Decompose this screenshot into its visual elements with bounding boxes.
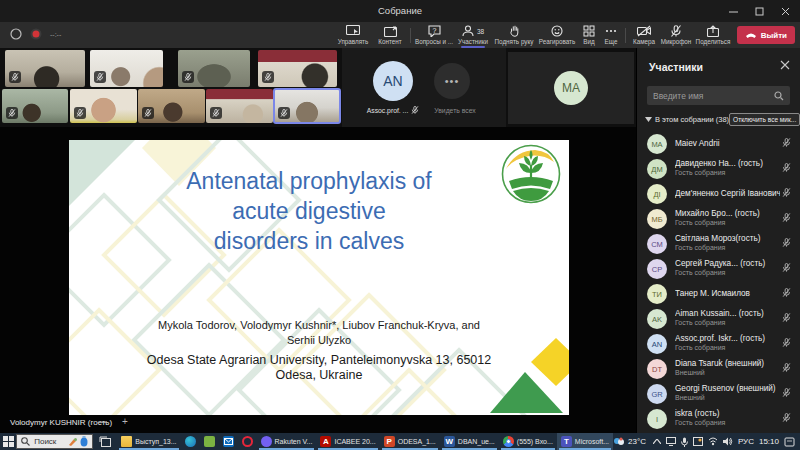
toolbar-button-share[interactable]: Поделиться: [693, 22, 733, 48]
video-tile[interactable]: [206, 89, 273, 123]
task-view-button[interactable]: [99, 436, 111, 447]
tray-mic-icon[interactable]: [681, 437, 688, 447]
svg-text:?: ?: [432, 27, 436, 34]
close-button[interactable]: [772, 0, 798, 22]
mic-muted-icon[interactable]: [782, 188, 791, 197]
mic-muted-icon[interactable]: [782, 213, 791, 222]
taskbar-app-folder[interactable]: Выступ_13...: [117, 433, 180, 450]
toolbar-button-content[interactable]: Контент: [373, 22, 407, 48]
zoom-in-button[interactable]: +: [122, 416, 128, 427]
more-icon: [605, 25, 617, 37]
mic-muted-icon[interactable]: [782, 138, 791, 147]
mic-muted-icon[interactable]: [782, 313, 791, 322]
mic-muted-icon[interactable]: [782, 363, 791, 372]
mic-muted-icon[interactable]: [782, 338, 791, 347]
toolbar-button-react[interactable]: Реагировать: [536, 22, 578, 48]
taskbar-app-word[interactable]: WDBAN_ue...: [440, 433, 499, 450]
taskbar-app-chrome[interactable]: (555) Вхо...: [499, 433, 557, 450]
minimize-button[interactable]: [720, 0, 746, 22]
taskbar-app-acrobat[interactable]: AICABEE 20...: [316, 433, 379, 450]
in-meeting-section[interactable]: В этом собрании (38): [645, 115, 729, 124]
participants-search-input[interactable]: Введите имя: [647, 86, 790, 105]
start-button[interactable]: [0, 436, 16, 447]
tray-network-icon[interactable]: [708, 437, 718, 446]
mic-muted-badge: [262, 71, 274, 83]
toolbar-button-more[interactable]: Еще: [600, 22, 622, 48]
leave-button[interactable]: Выйти: [737, 26, 795, 44]
taskbar-search-input[interactable]: Поиск: [16, 434, 93, 449]
mic-muted-icon[interactable]: [782, 163, 791, 172]
mic-muted-icon[interactable]: [782, 238, 791, 247]
participant-name: Сергей Радука... (гость): [675, 259, 780, 268]
panel-close-icon[interactable]: [780, 60, 790, 70]
video-tile-avatar[interactable]: AN Assoc.prof. ... ••• Увидеть всех: [342, 48, 506, 127]
see-everyone-button[interactable]: •••: [434, 63, 470, 99]
toolbar-separator: [625, 28, 626, 43]
video-tile[interactable]: [258, 50, 337, 87]
toolbar-button-raise-hand[interactable]: Поднять руку: [492, 22, 536, 48]
video-tile-ma[interactable]: MA: [508, 52, 634, 124]
mic-muted-icon[interactable]: [782, 388, 791, 397]
notification-icon[interactable]: [784, 437, 795, 447]
video-tile[interactable]: [274, 89, 340, 123]
participant-name-label: Assoc.prof. ...: [367, 107, 409, 114]
participant-row[interactable]: Iiskra (гость)Гость собрания: [637, 407, 800, 432]
see-everyone-label: Увидеть всех: [425, 107, 485, 114]
shield-icon: [10, 28, 22, 40]
participant-row[interactable]: AKAiman Kussain... (гость)Гость собрания: [637, 307, 800, 332]
mic-muted-badge: [9, 71, 21, 83]
mic-muted-icon[interactable]: [782, 288, 791, 297]
taskbar-app-viber[interactable]: Rakuten V...: [257, 433, 317, 450]
video-tile[interactable]: [138, 89, 205, 123]
avatar: AN: [373, 61, 413, 101]
language-indicator[interactable]: РУС: [738, 437, 754, 446]
participant-row[interactable]: МБМихайло Бро... (гость)Гость собрания: [637, 207, 800, 232]
participant-row[interactable]: DTDiana Tsaruk (внешний)Внешний: [637, 357, 800, 382]
toolbar-button-qa[interactable]: ?Вопросы и ...: [414, 22, 454, 48]
tray-expand-icon[interactable]: [653, 439, 661, 444]
participant-row[interactable]: GRGeorgi Rusenov (внешний)Внешний: [637, 382, 800, 407]
video-tile[interactable]: [2, 89, 68, 123]
zoom-out-button[interactable]: —: [98, 416, 108, 427]
mute-all-button[interactable]: Отключить все мик...: [729, 113, 800, 126]
toolbar-button-mic-off[interactable]: Микрофон: [659, 22, 693, 48]
toolbar-button-camera-off[interactable]: Камера: [629, 22, 659, 48]
taskbar-app-mail[interactable]: [219, 433, 238, 450]
participant-row[interactable]: ТИТанер М. Исмаилов: [637, 282, 800, 307]
video-tile[interactable]: [90, 50, 163, 87]
toolbar-button-manage[interactable]: Управлять: [333, 22, 373, 48]
participant-row[interactable]: ANAssoc.prof. Iskr... (гость)Гость собра…: [637, 332, 800, 357]
maximize-button[interactable]: [746, 0, 772, 22]
video-tile[interactable]: [178, 50, 250, 87]
weather-widget[interactable]: 23°C: [613, 436, 646, 447]
mic-muted-icon: [411, 106, 419, 114]
manage-icon: [346, 25, 360, 37]
taskbar-app-edge[interactable]: [181, 433, 200, 450]
qa-icon: ?: [428, 25, 441, 37]
mic-muted-icon[interactable]: [782, 263, 791, 272]
meeting-timer: --:--: [50, 31, 61, 38]
tray-display-icon[interactable]: [666, 437, 676, 446]
clock[interactable]: 15:10: [759, 437, 779, 446]
mic-muted-icon[interactable]: [782, 413, 791, 422]
taskbar-app-opera[interactable]: [238, 433, 257, 450]
toolbar-button-participants[interactable]: 38Участники: [454, 22, 492, 48]
participant-name: Давиденко На... (гость): [675, 159, 780, 168]
participant-row[interactable]: ДІДем'яненко Сергій Іванович: [637, 182, 800, 207]
view-icon: [583, 25, 595, 37]
participant-row[interactable]: СРСергей Радука... (гость)Гость собрания: [637, 257, 800, 282]
participant-row[interactable]: ДМДавиденко На... (гость)Гость собрания: [637, 157, 800, 182]
taskbar-app-powerpoint[interactable]: PODESA_1...: [380, 433, 440, 450]
tray-share-icon[interactable]: [693, 437, 703, 446]
taskbar-app-teams[interactable]: TMicrosoft...: [557, 433, 613, 450]
participant-row[interactable]: MAMaiev Andrii: [637, 132, 800, 157]
toolbar-button-view[interactable]: Вид: [578, 22, 600, 48]
teams-icon: T: [561, 436, 572, 447]
video-tile[interactable]: [70, 89, 137, 123]
participant-row[interactable]: СМСвітлана Мороз(гость)Гость собрания: [637, 232, 800, 257]
slide-authors: Mykola Todorov, Volodymyr Kushnir*, Liub…: [99, 318, 539, 348]
video-tile[interactable]: [5, 50, 85, 87]
tray-volume-icon[interactable]: [723, 437, 733, 446]
taskbar-app-notes[interactable]: [200, 433, 219, 450]
avatar: DT: [647, 359, 667, 379]
